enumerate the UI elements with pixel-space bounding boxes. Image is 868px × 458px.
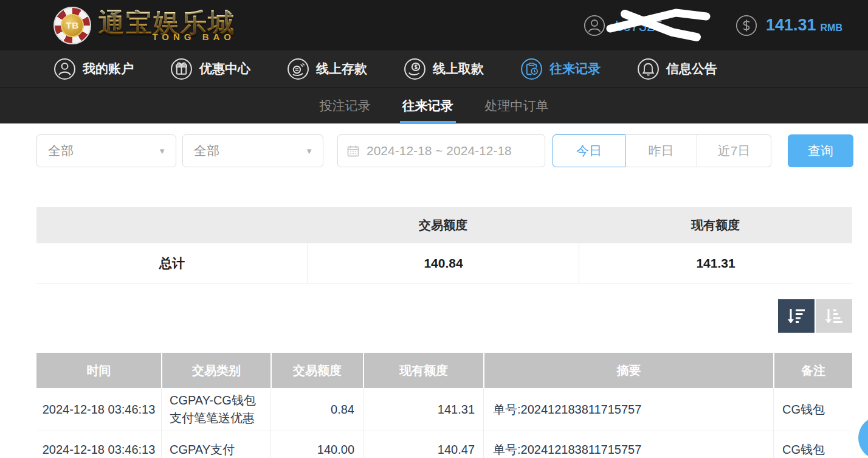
- sort-asc-icon: [824, 308, 844, 325]
- cell-time: 2024-12-18 03:46:13: [36, 388, 161, 431]
- col-header-note: 备注: [773, 353, 852, 388]
- nav-item-my-account[interactable]: 我的账户: [53, 58, 134, 80]
- brand-logo[interactable]: TB 通宝娱乐城 TONG BAO: [53, 7, 235, 44]
- summary-total-label: 总计: [36, 243, 308, 283]
- sort-descending-button[interactable]: [778, 299, 815, 333]
- summary-total-balance: 141.31: [579, 243, 852, 283]
- summary-total-transaction: 140.84: [308, 243, 579, 283]
- cell-amount: 0.84: [270, 388, 363, 431]
- summary-header-balance: 现有额度: [579, 207, 852, 243]
- summary-header-row: 交易额度 现有额度: [36, 207, 852, 243]
- cell-type: CGPAY支付: [161, 431, 270, 458]
- calendar-icon: [346, 144, 360, 158]
- summary-header-empty: [36, 207, 308, 243]
- user-icon: [584, 15, 605, 36]
- date-range-input[interactable]: 2024-12-18 ~ 2024-12-18: [337, 134, 545, 167]
- records-icon: [520, 58, 543, 80]
- poker-chip-icon: TB: [53, 7, 91, 44]
- tab-betting-records[interactable]: 投注记录: [319, 88, 372, 124]
- nav-item-withdraw[interactable]: 线上取款: [404, 58, 484, 80]
- date-range-value: 2024-12-18 ~ 2024-12-18: [367, 144, 512, 158]
- col-header-balance: 现有额度: [363, 353, 483, 388]
- cell-note: CG钱包: [773, 388, 852, 431]
- redaction-scribble: [604, 8, 712, 43]
- table-row: 2024-12-18 03:46:13 CGPAY-CG钱包支付笔笔送优惠 0.…: [36, 388, 852, 431]
- category-dropdown[interactable]: 全部 ▼: [182, 134, 323, 167]
- quick-date-group: 今日 昨日 近7日: [553, 134, 771, 167]
- filter-bar: 全部 ▼ 全部 ▼ 2024-12-18 ~ 2024-12-18 今日 昨日 …: [36, 134, 853, 167]
- cell-balance: 141.31: [363, 388, 483, 431]
- summary-table: 交易额度 现有额度 总计 140.84 141.31: [36, 207, 852, 283]
- balance-currency: RMB: [821, 23, 842, 33]
- cell-balance: 140.47: [363, 431, 483, 458]
- gift-icon: [170, 58, 193, 80]
- cell-time: 2024-12-18 03:46:13: [36, 431, 161, 458]
- user-icon: [53, 58, 76, 80]
- records-table: 时间 交易类别 交易额度 现有额度 摘要 备注 2024-12-18 03:46…: [36, 353, 852, 458]
- tab-pending-orders[interactable]: 处理中订单: [484, 88, 550, 124]
- deposit-icon: [287, 58, 309, 80]
- cell-amount: 140.00: [270, 431, 363, 458]
- tab-transaction-records[interactable]: 往来记录: [401, 88, 455, 124]
- col-header-summary: 摘要: [483, 353, 773, 388]
- balance-display[interactable]: 141.31 RMB: [735, 15, 842, 36]
- records-header-row: 时间 交易类别 交易额度 现有额度 摘要 备注: [36, 353, 852, 388]
- cell-type: CGPAY-CG钱包支付笔笔送优惠: [161, 388, 270, 431]
- bell-icon: [637, 58, 660, 80]
- summary-total-row: 总计 140.84 141.31: [36, 243, 852, 283]
- nav-item-records[interactable]: 往来记录: [520, 58, 601, 80]
- col-header-type: 交易类别: [161, 353, 270, 388]
- chevron-down-icon: ▼: [305, 147, 313, 156]
- chip-monogram: TB: [61, 14, 84, 37]
- nav-item-announcements[interactable]: 信息公告: [637, 58, 717, 80]
- main-nav: 我的账户 优惠中心 线上存款 线上取款: [0, 50, 868, 87]
- yesterday-button[interactable]: 昨日: [625, 134, 697, 167]
- cell-summary: 单号:202412183811715757: [483, 431, 773, 458]
- col-header-amount: 交易额度: [270, 353, 363, 388]
- chevron-down-icon: ▼: [158, 147, 166, 156]
- floating-action-button[interactable]: [858, 416, 868, 458]
- search-button[interactable]: 查询: [788, 134, 853, 167]
- sort-desc-icon: [787, 308, 806, 325]
- cell-note: CG钱包: [773, 431, 852, 458]
- last7days-button[interactable]: 近7日: [697, 134, 771, 167]
- nav-item-deposit[interactable]: 线上存款: [287, 58, 367, 80]
- withdraw-icon: [404, 58, 426, 80]
- table-row: 2024-12-18 03:46:13 CGPAY支付 140.00 140.4…: [36, 431, 852, 458]
- top-header: TB 通宝娱乐城 TONG BAO bc7325: [0, 0, 868, 50]
- nav-item-promotions[interactable]: 优惠中心: [170, 58, 250, 80]
- balance-amount: 141.31: [766, 16, 816, 35]
- summary-header-transaction: 交易额度: [308, 207, 579, 243]
- cell-summary: 单号:202412183811715757: [483, 388, 773, 431]
- today-button[interactable]: 今日: [553, 134, 625, 167]
- account-info[interactable]: bc7325: [584, 12, 704, 40]
- sort-controls: [778, 299, 852, 333]
- sort-ascending-button[interactable]: [816, 299, 852, 333]
- record-tabs: 投注记录 往来记录 处理中订单: [0, 87, 868, 123]
- type-dropdown[interactable]: 全部 ▼: [36, 134, 176, 167]
- col-header-time: 时间: [36, 353, 161, 388]
- dollar-icon: [735, 15, 757, 36]
